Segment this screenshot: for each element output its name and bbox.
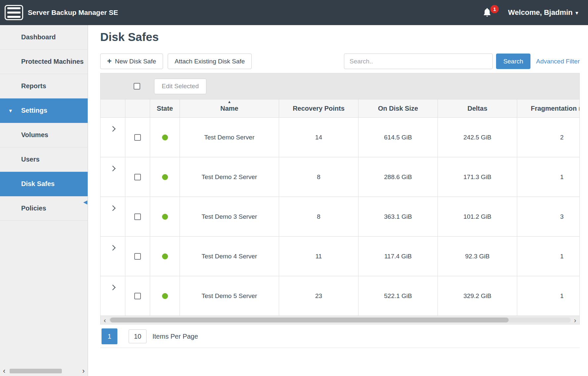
header-expand-column xyxy=(101,99,125,117)
sidebar-scrollbar-thumb[interactable] xyxy=(10,369,62,373)
column-header-deltas[interactable]: Deltas xyxy=(438,99,517,117)
sidebar-item-label: Protected Machines xyxy=(21,58,84,65)
scroll-right-icon[interactable]: › xyxy=(81,367,86,375)
user-menu[interactable]: Welcome, Bjadmin ▾ xyxy=(508,8,578,17)
row-state-cell xyxy=(150,157,180,197)
sidebar-item-users[interactable]: Users xyxy=(0,147,88,172)
row-name[interactable]: Test Demo Server xyxy=(180,118,279,157)
chevron-right-icon xyxy=(110,245,116,251)
row-recovery-points: 11 xyxy=(279,237,358,276)
row-name[interactable]: Test Demo 5 Server xyxy=(180,276,279,316)
sidebar-item-label: Policies xyxy=(21,205,46,212)
sidebar-item-disk-safes[interactable]: Disk Safes xyxy=(0,172,88,196)
sidebar-item-label: Reports xyxy=(21,82,46,90)
table-row: Test Demo 4 Server 11 117.4 GiB 92.3 GiB… xyxy=(101,236,580,276)
table-scrollbar-track[interactable] xyxy=(109,318,571,322)
row-recovery-points: 14 xyxy=(279,118,358,157)
row-name[interactable]: Test Demo 2 Server xyxy=(180,157,279,197)
scroll-left-icon[interactable]: ‹ xyxy=(101,317,109,323)
row-on-disk-size: 614.5 GiB xyxy=(358,118,438,157)
sidebar-item-label: Users xyxy=(21,156,40,163)
notifications-button[interactable]: 1 xyxy=(482,7,492,18)
state-online-icon xyxy=(162,214,168,220)
attach-existing-disk-safe-button[interactable]: Attach Existing Disk Safe xyxy=(168,54,252,69)
sidebar-item-label: Volumes xyxy=(21,131,48,139)
row-select-cell xyxy=(125,197,150,236)
select-all-checkbox[interactable] xyxy=(134,83,140,90)
page-1-button[interactable]: 1 xyxy=(102,328,117,344)
row-fragmentation: 2 xyxy=(517,118,580,157)
row-select-cell xyxy=(125,237,150,276)
row-deltas: 242.5 GiB xyxy=(438,118,517,157)
row-fragmentation: 1 xyxy=(517,237,580,276)
column-header-on-disk-size[interactable]: On Disk Size xyxy=(358,99,438,117)
sidebar-item-protected-machines[interactable]: Protected Machines xyxy=(0,50,88,74)
row-deltas: 101.2 GiB xyxy=(438,197,517,236)
search-input[interactable] xyxy=(344,54,493,69)
row-select-cell xyxy=(125,276,150,316)
sidebar: Dashboard Protected Machines Reports ▾ S… xyxy=(0,25,88,376)
row-state-cell xyxy=(150,197,180,236)
row-name[interactable]: Test Demo 4 Server xyxy=(180,237,279,276)
items-per-page-input[interactable] xyxy=(129,329,147,343)
sidebar-item-dashboard[interactable]: Dashboard xyxy=(0,25,88,50)
new-disk-safe-button[interactable]: + New Disk Safe xyxy=(100,54,163,69)
search-group: Search Advanced Filter xyxy=(344,54,580,69)
row-recovery-points: 8 xyxy=(279,157,358,197)
sidebar-item-policies[interactable]: Policies xyxy=(0,196,88,221)
table-action-band: Edit Selected xyxy=(101,73,579,99)
row-expand-cell[interactable] xyxy=(101,276,125,316)
chevron-down-icon: ▾ xyxy=(575,10,578,15)
row-on-disk-size: 363.1 GiB xyxy=(358,197,438,236)
row-deltas: 171.3 GiB xyxy=(438,157,517,197)
row-state-cell xyxy=(150,118,180,157)
logo-bar xyxy=(7,7,21,9)
row-checkbox[interactable] xyxy=(134,134,141,141)
row-expand-cell[interactable] xyxy=(101,157,125,197)
content-bottom-divider xyxy=(100,348,580,348)
row-checkbox[interactable] xyxy=(134,174,141,180)
column-header-fragmentation[interactable]: Fragmentation ratio xyxy=(517,99,580,117)
sidebar-item-reports[interactable]: Reports xyxy=(0,74,88,98)
app-logo xyxy=(5,5,23,20)
row-name[interactable]: Test Demo 3 Server xyxy=(180,197,279,236)
state-online-icon xyxy=(162,253,168,259)
logo-bar xyxy=(7,12,21,14)
main-content: Disk Safes + New Disk Safe Attach Existi… xyxy=(88,25,588,376)
row-checkbox[interactable] xyxy=(134,213,141,220)
row-expand-cell[interactable] xyxy=(101,118,125,157)
edit-selected-button[interactable]: Edit Selected xyxy=(154,79,206,94)
column-header-state[interactable]: State xyxy=(150,99,180,117)
advanced-filter-link[interactable]: Advanced Filter xyxy=(536,58,580,65)
row-recovery-points: 23 xyxy=(279,276,358,316)
row-fragmentation: 1 xyxy=(517,276,580,316)
logo-bar xyxy=(7,16,21,18)
scroll-left-icon[interactable]: ‹ xyxy=(2,367,6,375)
sort-ascending-icon: ▴ xyxy=(228,100,230,104)
row-select-cell xyxy=(125,157,150,197)
column-header-name-label: Name xyxy=(220,105,238,112)
sidebar-item-settings[interactable]: ▾ Settings xyxy=(0,98,88,123)
state-online-icon xyxy=(162,134,168,140)
row-deltas: 92.3 GiB xyxy=(438,237,517,276)
plus-icon: + xyxy=(107,57,111,65)
row-select-cell xyxy=(125,118,150,157)
column-header-name[interactable]: ▴ Name xyxy=(180,99,279,117)
sidebar-collapse-icon[interactable]: ◀ xyxy=(83,200,87,205)
chevron-right-icon xyxy=(110,285,116,290)
header-right-group: 1 Welcome, Bjadmin ▾ xyxy=(482,7,578,18)
row-checkbox[interactable] xyxy=(134,253,141,260)
sidebar-item-volumes[interactable]: Volumes xyxy=(0,123,88,147)
row-expand-cell[interactable] xyxy=(101,237,125,276)
row-checkbox[interactable] xyxy=(134,293,141,299)
sidebar-item-label: Disk Safes xyxy=(21,180,55,188)
row-deltas: 329.2 GiB xyxy=(438,276,517,316)
table-scrollbar-thumb[interactable] xyxy=(110,318,509,322)
caret-down-icon: ▾ xyxy=(9,108,12,114)
chevron-right-icon xyxy=(110,166,116,171)
scroll-right-icon[interactable]: › xyxy=(571,317,579,323)
search-button[interactable]: Search xyxy=(496,54,530,69)
header-select-column xyxy=(125,99,150,117)
row-expand-cell[interactable] xyxy=(101,197,125,236)
column-header-recovery-points[interactable]: Recovery Points xyxy=(279,99,358,117)
